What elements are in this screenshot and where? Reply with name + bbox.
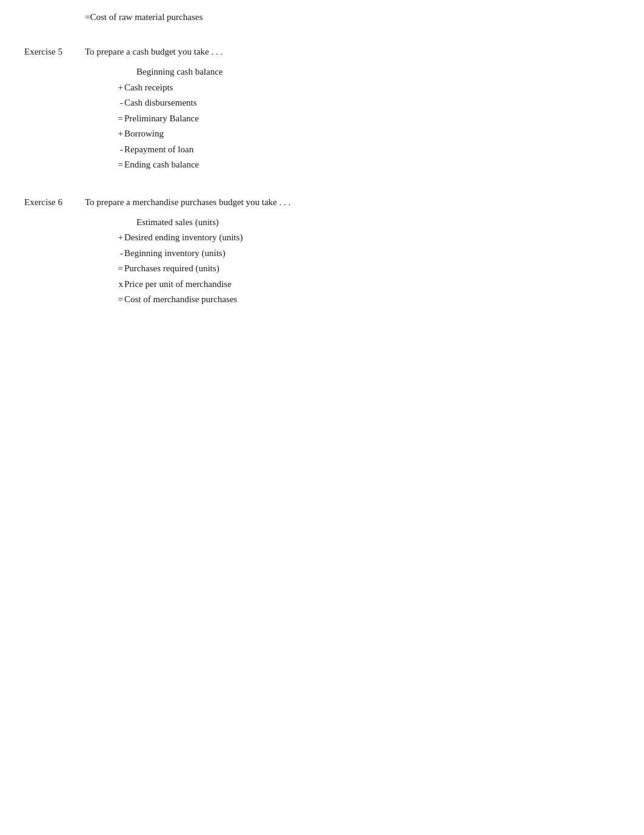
list-item: Estimated sales (units)	[112, 215, 620, 231]
item-text: Ending cash balance	[124, 157, 199, 173]
exercise-5-description: To prepare a cash budget you take . . .	[85, 47, 223, 57]
item-prefix: +	[112, 126, 123, 142]
item-text: Price per unit of merchandise	[124, 277, 232, 292]
item-prefix: +	[112, 230, 123, 246]
item-prefix: -	[112, 246, 123, 262]
list-item: + Cash receipts	[112, 80, 620, 96]
exercise-5-label: Exercise 5	[24, 47, 85, 57]
item-prefix	[112, 215, 123, 231]
top-line-text: =Cost of raw material purchases	[85, 12, 203, 22]
list-item: + Borrowing	[112, 126, 620, 142]
exercise-6-block: Exercise 6 To prepare a merchandise purc…	[24, 197, 620, 308]
item-text: Borrowing	[124, 126, 164, 142]
item-text: Desired ending inventory (units)	[124, 230, 243, 246]
page-content: =Cost of raw material purchases Exercise…	[0, 12, 644, 308]
top-line: =Cost of raw material purchases	[85, 12, 620, 22]
exercise-5-items: Beginning cash balance + Cash receipts -…	[112, 64, 620, 173]
item-prefix: =	[112, 261, 123, 277]
exercise-6-description: To prepare a merchandise purchases budge…	[85, 197, 290, 208]
list-item: - Repayment of loan	[112, 142, 620, 158]
exercise-6-items: Estimated sales (units) + Desired ending…	[112, 215, 620, 308]
exercise-5-header: Exercise 5 To prepare a cash budget you …	[24, 47, 620, 57]
list-item: Beginning cash balance	[112, 64, 620, 80]
item-text: Cash disbursements	[124, 95, 197, 111]
item-prefix: =	[112, 111, 123, 127]
item-prefix	[112, 64, 123, 80]
list-item: + Desired ending inventory (units)	[112, 230, 620, 246]
list-item: = Preliminary Balance	[112, 111, 620, 127]
exercise-6-label: Exercise 6	[24, 197, 85, 208]
list-item: = Ending cash balance	[112, 157, 620, 173]
item-text: Cash receipts	[124, 80, 173, 96]
item-prefix: =	[112, 157, 123, 173]
list-item: - Beginning inventory (units)	[112, 246, 620, 262]
list-item: = Purchases required (units)	[112, 261, 620, 277]
exercise-5-block: Exercise 5 To prepare a cash budget you …	[24, 47, 620, 173]
item-prefix: =	[112, 292, 123, 308]
list-item: x Price per unit of merchandise	[112, 277, 620, 292]
item-text: Repayment of loan	[124, 142, 193, 158]
item-text: Preliminary Balance	[124, 111, 199, 127]
item-text: Beginning cash balance	[136, 64, 223, 80]
item-prefix: x	[112, 277, 123, 292]
item-text: Beginning inventory (units)	[124, 246, 226, 262]
item-text: Estimated sales (units)	[136, 215, 219, 231]
item-prefix: +	[112, 80, 123, 96]
item-prefix: -	[112, 142, 123, 158]
item-text: Cost of merchandise purchases	[124, 292, 237, 308]
list-item: - Cash disbursements	[112, 95, 620, 111]
list-item: = Cost of merchandise purchases	[112, 292, 620, 308]
exercise-6-header: Exercise 6 To prepare a merchandise purc…	[24, 197, 620, 208]
item-text: Purchases required (units)	[124, 261, 220, 277]
item-prefix: -	[112, 95, 123, 111]
